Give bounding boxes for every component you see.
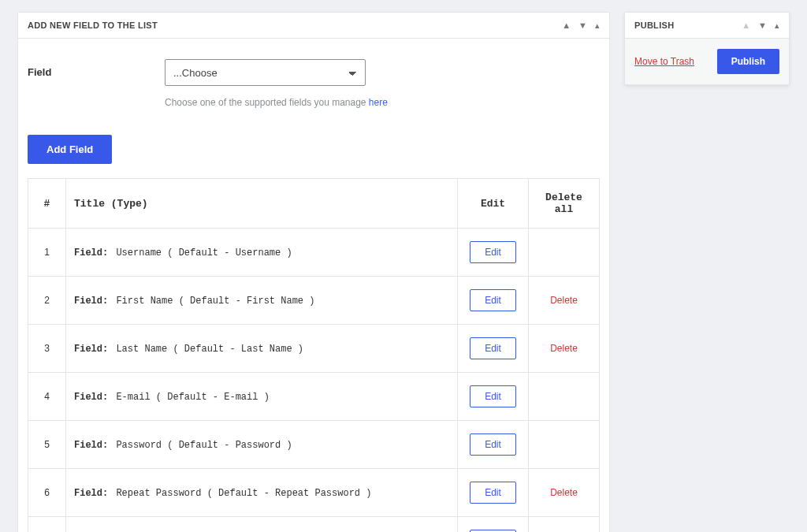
edit-button[interactable]: Edit bbox=[470, 385, 516, 407]
row-title: Field: Password ( Default - Password ) bbox=[66, 421, 458, 469]
field-value: Username ( Default - Username ) bbox=[110, 247, 292, 259]
field-help-text: Choose one of the supported fields you m… bbox=[165, 97, 369, 108]
add-field-panel: ADD NEW FIELD TO THE LIST ▲ ▼ ▴ Field ..… bbox=[17, 12, 610, 532]
field-help: Choose one of the supported fields you m… bbox=[165, 97, 600, 108]
row-delete: Delete bbox=[529, 325, 600, 373]
table-header-row: # Title (Type) Edit Delete all bbox=[28, 179, 600, 229]
row-delete: Delete bbox=[529, 517, 600, 533]
field-prefix: Field: bbox=[74, 488, 108, 499]
table-row: 3Field: Last Name ( Default - Last Name … bbox=[28, 325, 600, 373]
caret-up-icon[interactable]: ▴ bbox=[595, 21, 600, 30]
table-row: 6Field: Repeat Password ( Default - Repe… bbox=[28, 469, 600, 517]
field-value: E-mail ( Default - E-mail ) bbox=[110, 392, 270, 403]
row-delete: Delete bbox=[529, 277, 600, 325]
field-prefix: Field: bbox=[74, 344, 108, 355]
chevron-up-icon[interactable]: ▲ bbox=[562, 21, 571, 30]
row-edit: Edit bbox=[458, 421, 529, 469]
col-edit: Edit bbox=[458, 179, 529, 229]
table-row: 1Field: Username ( Default - Username )E… bbox=[28, 229, 600, 277]
panel-title: ADD NEW FIELD TO THE LIST bbox=[28, 20, 158, 30]
fields-table: # Title (Type) Edit Delete all 1Field: U… bbox=[28, 178, 600, 532]
edit-button[interactable]: Edit bbox=[470, 289, 516, 311]
chevron-down-icon[interactable]: ▼ bbox=[578, 21, 587, 30]
field-select-row: Field ...Choose Choose one of the suppor… bbox=[28, 59, 600, 108]
field-help-link[interactable]: here bbox=[369, 97, 388, 108]
publish-controls: ▲ ▼ ▴ bbox=[742, 21, 779, 30]
publish-panel: PUBLISH ▲ ▼ ▴ Move to Trash Publish bbox=[624, 12, 790, 85]
delete-link[interactable]: Delete bbox=[550, 487, 578, 498]
row-edit: Edit bbox=[458, 229, 529, 277]
field-select[interactable]: ...Choose bbox=[165, 59, 366, 86]
table-row: 7Field: Interests ( Select (Multiple) )E… bbox=[28, 517, 600, 533]
table-row: 5Field: Password ( Default - Password )E… bbox=[28, 421, 600, 469]
edit-button[interactable]: Edit bbox=[470, 241, 516, 263]
publish-body: Move to Trash Publish bbox=[625, 39, 789, 84]
row-title: Field: E-mail ( Default - E-mail ) bbox=[66, 373, 458, 421]
row-delete bbox=[529, 373, 600, 421]
field-prefix: Field: bbox=[74, 296, 108, 307]
edit-button[interactable]: Edit bbox=[470, 482, 516, 504]
field-prefix: Field: bbox=[74, 392, 108, 403]
move-to-trash-link[interactable]: Move to Trash bbox=[634, 56, 694, 67]
col-delete-all[interactable]: Delete all bbox=[529, 179, 600, 229]
row-title: Field: Username ( Default - Username ) bbox=[66, 229, 458, 277]
row-edit: Edit bbox=[458, 277, 529, 325]
table-row: 4Field: E-mail ( Default - E-mail )Edit bbox=[28, 373, 600, 421]
chevron-down-icon[interactable]: ▼ bbox=[758, 21, 767, 30]
publish-button[interactable]: Publish bbox=[717, 49, 779, 74]
row-edit: Edit bbox=[458, 325, 529, 373]
add-field-button[interactable]: Add Field bbox=[28, 135, 112, 164]
col-num: # bbox=[28, 179, 66, 229]
row-num: 2 bbox=[28, 277, 66, 325]
field-control: ...Choose Choose one of the supported fi… bbox=[165, 59, 600, 108]
field-value: Repeat Password ( Default - Repeat Passw… bbox=[110, 488, 371, 499]
row-edit: Edit bbox=[458, 517, 529, 533]
field-prefix: Field: bbox=[74, 440, 108, 451]
chevron-up-icon[interactable]: ▲ bbox=[742, 21, 750, 30]
field-value: Last Name ( Default - Last Name ) bbox=[110, 344, 303, 355]
row-delete bbox=[529, 229, 600, 277]
row-num: 6 bbox=[28, 469, 66, 517]
publish-header: PUBLISH ▲ ▼ ▴ bbox=[625, 13, 789, 39]
row-title: Field: Interests ( Select (Multiple) ) bbox=[66, 517, 458, 533]
row-num: 7 bbox=[28, 517, 66, 533]
field-prefix: Field: bbox=[74, 247, 108, 259]
publish-title: PUBLISH bbox=[634, 20, 674, 30]
panel-controls: ▲ ▼ ▴ bbox=[562, 21, 600, 30]
field-value: Password ( Default - Password ) bbox=[110, 440, 292, 451]
field-value: First Name ( Default - First Name ) bbox=[110, 296, 314, 307]
delete-link[interactable]: Delete bbox=[550, 343, 578, 354]
row-num: 4 bbox=[28, 373, 66, 421]
row-num: 3 bbox=[28, 325, 66, 373]
caret-up-icon[interactable]: ▴ bbox=[775, 21, 779, 30]
field-label: Field bbox=[28, 59, 154, 78]
row-title: Field: Repeat Password ( Default - Repea… bbox=[66, 469, 458, 517]
col-title: Title (Type) bbox=[66, 179, 458, 229]
row-title: Field: First Name ( Default - First Name… bbox=[66, 277, 458, 325]
panel-body: Field ...Choose Choose one of the suppor… bbox=[18, 39, 609, 532]
row-edit: Edit bbox=[458, 469, 529, 517]
row-edit: Edit bbox=[458, 373, 529, 421]
row-title: Field: Last Name ( Default - Last Name ) bbox=[66, 325, 458, 373]
panel-header: ADD NEW FIELD TO THE LIST ▲ ▼ ▴ bbox=[18, 13, 609, 39]
table-row: 2Field: First Name ( Default - First Nam… bbox=[28, 277, 600, 325]
row-delete bbox=[529, 421, 600, 469]
edit-button[interactable]: Edit bbox=[470, 433, 516, 456]
delete-link[interactable]: Delete bbox=[550, 295, 578, 306]
row-delete: Delete bbox=[529, 469, 600, 517]
row-num: 1 bbox=[28, 229, 66, 277]
row-num: 5 bbox=[28, 421, 66, 469]
edit-button[interactable]: Edit bbox=[470, 337, 516, 359]
